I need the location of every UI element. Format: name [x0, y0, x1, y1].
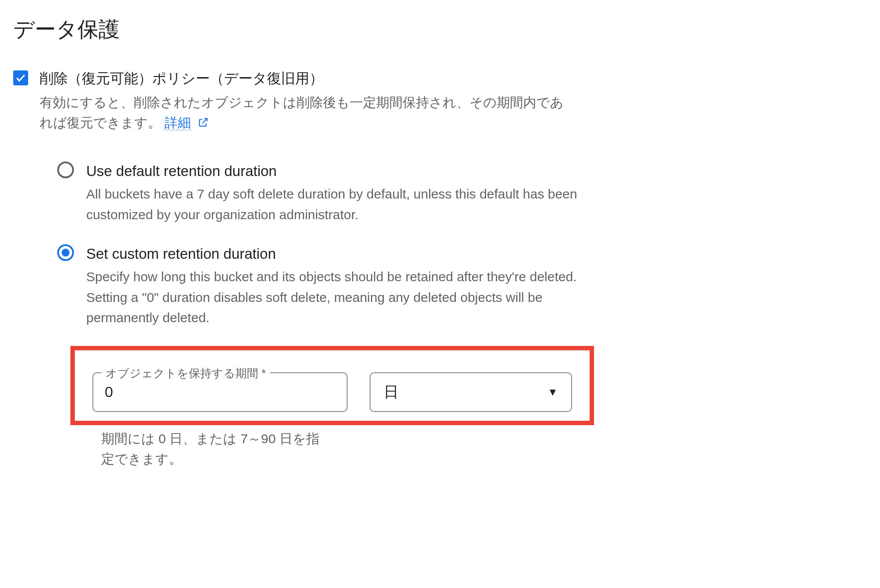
retention-duration-hint: 期間には 0 日、または 7～90 日を指定できます。	[101, 429, 321, 470]
chevron-down-icon: ▼	[547, 384, 558, 400]
radio-custom-label: Set custom retention duration	[86, 243, 585, 265]
radio-custom-retention[interactable]: Set custom retention duration Specify ho…	[57, 243, 585, 328]
soft-delete-label: 削除（復元可能）ポリシー（データ復旧用）	[40, 68, 867, 90]
retention-radio-group: Use default retention duration All bucke…	[13, 160, 585, 328]
radio-unchecked-icon	[57, 162, 74, 178]
radio-custom-desc: Specify how long this bucket and its obj…	[86, 267, 585, 328]
external-link-icon	[198, 117, 209, 128]
retention-unit-select[interactable]: 日 ▼	[370, 372, 572, 412]
soft-delete-desc-text: 有効にすると、削除されたオブジェクトは削除後も一定期間保持され、その期間内であれ…	[40, 95, 564, 130]
retention-unit-value: 日	[384, 380, 399, 404]
retention-duration-label: オブジェクトを保持する期間 *	[101, 364, 270, 382]
soft-delete-description: 有効にすると、削除されたオブジェクトは削除後も一定期間保持され、その期間内であれ…	[40, 92, 568, 133]
learn-more-link[interactable]: 詳細	[165, 115, 191, 130]
radio-default-label: Use default retention duration	[86, 160, 585, 182]
radio-default-desc: All buckets have a 7 day soft delete dur…	[86, 184, 585, 225]
section-title: データ保護	[13, 13, 867, 46]
soft-delete-policy-row: 削除（復元可能）ポリシー（データ復旧用） 有効にすると、削除されたオブジェクトは…	[13, 68, 867, 133]
radio-default-retention[interactable]: Use default retention duration All bucke…	[57, 160, 585, 225]
radio-checked-icon	[57, 244, 74, 261]
check-icon	[15, 72, 26, 84]
retention-duration-field: オブジェクトを保持する期間 *	[92, 372, 348, 412]
retention-duration-highlight: オブジェクトを保持する期間 * 日 ▼	[70, 346, 594, 425]
soft-delete-checkbox[interactable]	[13, 70, 28, 85]
